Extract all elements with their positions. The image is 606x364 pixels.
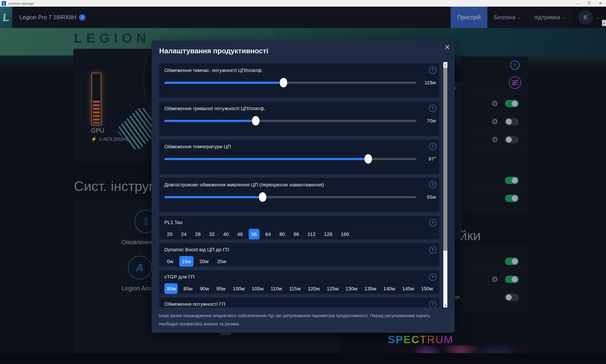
minimize-button[interactable]: –	[572, 0, 583, 7]
option-120w[interactable]: 120w	[305, 283, 321, 294]
feature-toggle[interactable]	[505, 294, 519, 301]
option-48[interactable]: 48	[235, 229, 245, 239]
gpu-frequency-value: 1.46/3.26GHz	[99, 136, 128, 142]
option-100w[interactable]: 100w	[230, 283, 246, 294]
nav-item-2[interactable]: підтримка⌄	[527, 7, 572, 28]
legion-logo[interactable]: L	[0, 7, 12, 28]
gear-icon[interactable]: ⚙	[491, 118, 498, 125]
modal-close-icon[interactable]: ✕	[444, 44, 450, 51]
help-icon[interactable]: ?	[510, 60, 520, 70]
main-nav: ПристрійБезпека⌄підтримка⌄	[451, 7, 572, 28]
option-160[interactable]: 160	[338, 229, 352, 239]
device-name: Legion Pro 7 16IRX8H ✓	[19, 14, 86, 21]
modal-scrollbar[interactable]: ▲ ▼	[443, 62, 447, 308]
slider-thumb[interactable]	[364, 154, 372, 164]
option-128[interactable]: 128	[321, 229, 335, 239]
option-130w[interactable]: 130w	[343, 283, 359, 294]
option-140w[interactable]: 140w	[381, 283, 396, 294]
window-titlebar: L Lenovo Vantage – ❐ ✕	[0, 0, 606, 7]
feature-row	[461, 288, 528, 306]
legion-arena-icon[interactable]: A	[128, 256, 152, 279]
spectrum-letter: T	[420, 333, 427, 346]
option-20[interactable]: 20	[164, 229, 175, 239]
help-icon[interactable]: ?	[429, 66, 437, 74]
option-32[interactable]: 32	[206, 229, 217, 239]
option-125w[interactable]: 125w	[324, 283, 340, 294]
option-95w[interactable]: 95w	[214, 283, 227, 294]
spectrum-letter: M	[444, 333, 453, 346]
feature-toggle[interactable]	[505, 276, 519, 283]
chevron-down-icon: ⌄	[517, 15, 521, 19]
scrollbar-thumb[interactable]	[443, 68, 447, 251]
option-40[interactable]: 40	[220, 229, 231, 239]
feature-toggle[interactable]	[505, 100, 519, 107]
option-135w[interactable]: 135w	[362, 283, 377, 294]
feature-toggle[interactable]	[505, 136, 519, 143]
feature-row: ⚙	[461, 94, 528, 113]
option-0w[interactable]: 0w	[164, 256, 176, 267]
setting-label: PL1 Tau	[164, 220, 434, 225]
gear-icon[interactable]: ⚙	[491, 100, 498, 107]
feature-toggle[interactable]	[505, 118, 519, 125]
slider[interactable]	[164, 116, 417, 126]
option-105w[interactable]: 105w	[249, 283, 265, 294]
feature-toggle[interactable]	[505, 177, 519, 184]
option-115w[interactable]: 115w	[286, 283, 302, 294]
option-25w[interactable]: 25w	[215, 256, 229, 267]
help-icon[interactable]: ?	[429, 105, 437, 112]
gear-icon[interactable]: ⚙	[491, 136, 498, 143]
nav-item-1[interactable]: Безпека⌄	[487, 7, 527, 28]
tuner-glyph	[512, 79, 519, 86]
gear-icon[interactable]: ⚙	[491, 275, 498, 283]
setting-label: Обмеження тимчас. потужності ЦП/платф.	[164, 67, 263, 73]
help-icon[interactable]: ?	[429, 181, 437, 188]
slider[interactable]	[164, 192, 417, 202]
option-56[interactable]: 56	[249, 229, 259, 239]
option-80[interactable]: 80	[277, 229, 287, 239]
tuner-icon[interactable]	[509, 77, 521, 89]
option-110w[interactable]: 110w	[268, 283, 283, 294]
slider-thumb[interactable]	[280, 78, 287, 87]
avatar[interactable]: K	[578, 10, 593, 25]
option-15w[interactable]: 15w	[179, 256, 194, 267]
option-row: 0w15w20w25w	[164, 256, 434, 267]
slider-thumb[interactable]	[259, 192, 266, 202]
gpu-usage-gauge	[91, 73, 101, 125]
lightning-icon: ⚡	[91, 136, 97, 142]
scroll-up-arrow[interactable]: ▲	[443, 62, 447, 67]
help-icon[interactable]: ?	[429, 246, 437, 254]
feature-row: ⚙	[461, 270, 528, 288]
slider-thumb[interactable]	[252, 116, 259, 126]
close-window-button[interactable]: ✕	[595, 0, 606, 7]
option-24[interactable]: 24	[178, 229, 189, 239]
option-64[interactable]: 64	[263, 229, 273, 239]
feature-row: ⚙	[461, 130, 528, 148]
option-80w[interactable]: 80w	[164, 283, 178, 294]
restore-button[interactable]: ❐	[583, 0, 595, 7]
slider[interactable]	[164, 78, 417, 88]
option-20w[interactable]: 20w	[197, 256, 211, 267]
quick-actions-card: ? ⚙ ⚙ ⚙	[461, 57, 528, 212]
help-icon[interactable]: ?	[429, 301, 437, 307]
help-icon[interactable]: ?	[429, 219, 437, 226]
nav-item-0[interactable]: Пристрій	[451, 7, 487, 28]
scroll-down-arrow[interactable]: ▼	[443, 303, 447, 308]
option-112[interactable]: 112	[305, 229, 318, 239]
option-96[interactable]: 96	[291, 229, 301, 239]
slider[interactable]	[164, 154, 417, 164]
gpu-usage-fill	[93, 101, 100, 123]
help-icon[interactable]: ?	[429, 273, 437, 281]
option-28[interactable]: 28	[193, 229, 203, 239]
option-150w[interactable]: 150w	[418, 283, 434, 294]
feature-row	[461, 171, 528, 189]
account-menu[interactable]: K ⌄	[572, 7, 606, 28]
option-85w[interactable]: 85w	[181, 283, 194, 294]
help-icon[interactable]: ?	[429, 143, 437, 150]
option-90w[interactable]: 90w	[197, 283, 210, 294]
feature-toggle[interactable]	[505, 258, 519, 265]
feature-row: ⚙	[461, 113, 528, 130]
page-scrollbar-up-arrow[interactable]: ▲	[602, 20, 606, 26]
option-row: 20242832404856648096112128160	[164, 229, 434, 239]
option-145w[interactable]: 145w	[400, 283, 415, 294]
feature-toggle[interactable]	[505, 195, 519, 202]
